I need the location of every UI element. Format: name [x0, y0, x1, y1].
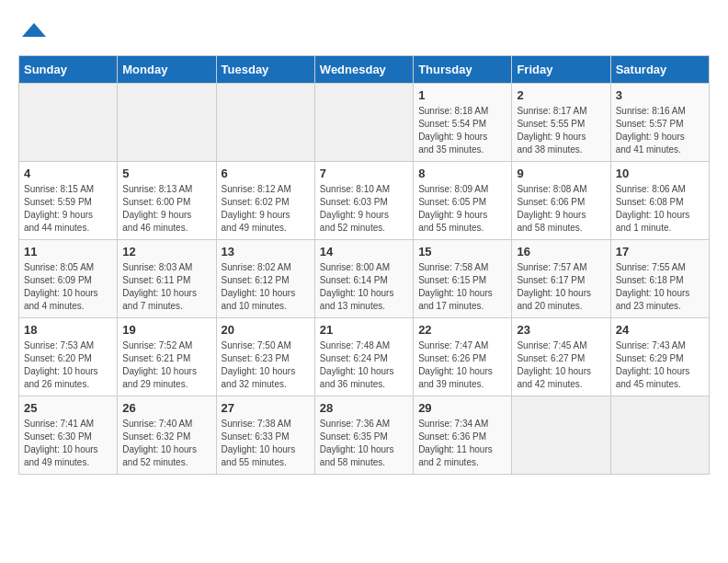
calendar-day-cell: 12Sunrise: 8:03 AM Sunset: 6:11 PM Dayli… — [118, 240, 216, 318]
day-of-week-header: Wednesday — [314, 56, 413, 84]
day-number: 22 — [418, 323, 506, 337]
calendar-day-cell — [216, 84, 314, 162]
page-header — [18, 18, 710, 46]
day-number: 26 — [122, 401, 210, 415]
calendar-week-row: 25Sunrise: 7:41 AM Sunset: 6:30 PM Dayli… — [19, 396, 710, 475]
calendar-day-cell: 7Sunrise: 8:10 AM Sunset: 6:03 PM Daylig… — [314, 162, 413, 240]
day-number: 2 — [517, 88, 605, 102]
day-info: Sunrise: 8:02 AM Sunset: 6:12 PM Dayligh… — [222, 261, 310, 313]
day-number: 27 — [222, 401, 310, 415]
day-number: 7 — [320, 167, 408, 180]
day-info: Sunrise: 7:40 AM Sunset: 6:32 PM Dayligh… — [122, 418, 210, 469]
day-number: 10 — [616, 167, 704, 180]
day-number: 25 — [24, 401, 112, 415]
calendar-day-cell: 23Sunrise: 7:45 AM Sunset: 6:27 PM Dayli… — [512, 318, 610, 396]
day-number: 5 — [122, 167, 210, 180]
day-number: 3 — [616, 88, 704, 102]
day-info: Sunrise: 7:48 AM Sunset: 6:24 PM Dayligh… — [320, 339, 408, 391]
day-number: 29 — [418, 401, 506, 415]
calendar-day-cell: 4Sunrise: 8:15 AM Sunset: 5:59 PM Daylig… — [19, 162, 118, 240]
calendar-day-cell: 24Sunrise: 7:43 AM Sunset: 6:29 PM Dayli… — [610, 318, 709, 396]
day-number: 19 — [122, 323, 210, 337]
day-number: 17 — [616, 245, 704, 259]
day-of-week-header: Friday — [512, 56, 610, 84]
day-of-week-header: Monday — [118, 56, 216, 84]
calendar-week-row: 18Sunrise: 7:53 AM Sunset: 6:20 PM Dayli… — [19, 318, 710, 396]
day-info: Sunrise: 7:57 AM Sunset: 6:17 PM Dayligh… — [517, 261, 605, 313]
calendar-day-cell: 18Sunrise: 7:53 AM Sunset: 6:20 PM Dayli… — [19, 318, 118, 396]
day-info: Sunrise: 7:55 AM Sunset: 6:18 PM Dayligh… — [616, 261, 704, 313]
day-of-week-header: Saturday — [610, 56, 709, 84]
calendar-day-cell: 2Sunrise: 8:17 AM Sunset: 5:55 PM Daylig… — [512, 84, 610, 162]
day-number: 28 — [320, 401, 408, 415]
day-info: Sunrise: 8:16 AM Sunset: 5:57 PM Dayligh… — [616, 105, 704, 156]
calendar-header: SundayMondayTuesdayWednesdayThursdayFrid… — [19, 56, 710, 84]
day-number: 23 — [517, 323, 605, 337]
day-of-week-header: Sunday — [19, 56, 118, 84]
day-info: Sunrise: 8:06 AM Sunset: 6:08 PM Dayligh… — [616, 183, 704, 235]
svg-marker-0 — [22, 23, 46, 37]
day-of-week-header: Thursday — [414, 56, 512, 84]
day-number: 13 — [222, 245, 310, 259]
day-number: 18 — [24, 323, 112, 337]
calendar-day-cell: 26Sunrise: 7:40 AM Sunset: 6:32 PM Dayli… — [118, 396, 216, 475]
day-info: Sunrise: 8:17 AM Sunset: 5:55 PM Dayligh… — [517, 105, 605, 156]
calendar-day-cell: 8Sunrise: 8:09 AM Sunset: 6:05 PM Daylig… — [414, 162, 512, 240]
calendar-week-row: 4Sunrise: 8:15 AM Sunset: 5:59 PM Daylig… — [19, 162, 710, 240]
day-info: Sunrise: 7:50 AM Sunset: 6:23 PM Dayligh… — [222, 339, 310, 391]
calendar-day-cell: 15Sunrise: 7:58 AM Sunset: 6:15 PM Dayli… — [414, 240, 512, 318]
calendar-day-cell: 29Sunrise: 7:34 AM Sunset: 6:36 PM Dayli… — [414, 396, 512, 475]
day-number: 8 — [418, 167, 506, 180]
day-info: Sunrise: 7:38 AM Sunset: 6:33 PM Dayligh… — [222, 418, 310, 469]
day-number: 6 — [222, 167, 310, 180]
day-info: Sunrise: 8:13 AM Sunset: 6:00 PM Dayligh… — [122, 183, 210, 235]
calendar-day-cell — [314, 84, 413, 162]
day-info: Sunrise: 8:18 AM Sunset: 5:54 PM Dayligh… — [418, 105, 506, 156]
calendar-day-cell — [19, 84, 118, 162]
day-number: 24 — [616, 323, 704, 337]
calendar-day-cell: 5Sunrise: 8:13 AM Sunset: 6:00 PM Daylig… — [118, 162, 216, 240]
calendar-day-cell: 3Sunrise: 8:16 AM Sunset: 5:57 PM Daylig… — [610, 84, 709, 162]
calendar-week-row: 11Sunrise: 8:05 AM Sunset: 6:09 PM Dayli… — [19, 240, 710, 318]
calendar-day-cell: 11Sunrise: 8:05 AM Sunset: 6:09 PM Dayli… — [19, 240, 118, 318]
day-info: Sunrise: 8:15 AM Sunset: 5:59 PM Dayligh… — [24, 183, 112, 235]
day-info: Sunrise: 7:53 AM Sunset: 6:20 PM Dayligh… — [24, 339, 112, 391]
day-of-week-header: Tuesday — [216, 56, 314, 84]
day-number: 11 — [24, 245, 112, 259]
calendar-day-cell: 17Sunrise: 7:55 AM Sunset: 6:18 PM Dayli… — [610, 240, 709, 318]
calendar-day-cell: 25Sunrise: 7:41 AM Sunset: 6:30 PM Dayli… — [19, 396, 118, 475]
day-number: 15 — [418, 245, 506, 259]
day-info: Sunrise: 7:47 AM Sunset: 6:26 PM Dayligh… — [418, 339, 506, 391]
day-number: 1 — [418, 88, 506, 102]
day-info: Sunrise: 8:05 AM Sunset: 6:09 PM Dayligh… — [24, 261, 112, 313]
calendar-day-cell: 1Sunrise: 8:18 AM Sunset: 5:54 PM Daylig… — [414, 84, 512, 162]
day-info: Sunrise: 8:09 AM Sunset: 6:05 PM Dayligh… — [418, 183, 506, 235]
calendar-day-cell: 6Sunrise: 8:12 AM Sunset: 6:02 PM Daylig… — [216, 162, 314, 240]
day-info: Sunrise: 7:52 AM Sunset: 6:21 PM Dayligh… — [122, 339, 210, 391]
day-number: 4 — [24, 167, 112, 180]
day-info: Sunrise: 8:08 AM Sunset: 6:06 PM Dayligh… — [517, 183, 605, 235]
day-number: 16 — [517, 245, 605, 259]
day-number: 9 — [517, 167, 605, 180]
day-number: 14 — [320, 245, 408, 259]
calendar-day-cell: 21Sunrise: 7:48 AM Sunset: 6:24 PM Dayli… — [314, 318, 413, 396]
day-info: Sunrise: 8:12 AM Sunset: 6:02 PM Dayligh… — [222, 183, 310, 235]
days-of-week-row: SundayMondayTuesdayWednesdayThursdayFrid… — [19, 56, 710, 84]
day-info: Sunrise: 7:36 AM Sunset: 6:35 PM Dayligh… — [320, 418, 408, 469]
day-info: Sunrise: 7:58 AM Sunset: 6:15 PM Dayligh… — [418, 261, 506, 313]
day-info: Sunrise: 7:43 AM Sunset: 6:29 PM Dayligh… — [616, 339, 704, 391]
day-number: 12 — [122, 245, 210, 259]
calendar-body: 1Sunrise: 8:18 AM Sunset: 5:54 PM Daylig… — [19, 84, 710, 475]
calendar-day-cell: 10Sunrise: 8:06 AM Sunset: 6:08 PM Dayli… — [610, 162, 709, 240]
day-info: Sunrise: 7:41 AM Sunset: 6:30 PM Dayligh… — [24, 418, 112, 469]
day-info: Sunrise: 8:00 AM Sunset: 6:14 PM Dayligh… — [320, 261, 408, 313]
calendar-day-cell — [118, 84, 216, 162]
calendar-day-cell: 27Sunrise: 7:38 AM Sunset: 6:33 PM Dayli… — [216, 396, 314, 475]
calendar-day-cell — [512, 396, 610, 475]
calendar-day-cell: 9Sunrise: 8:08 AM Sunset: 6:06 PM Daylig… — [512, 162, 610, 240]
calendar-day-cell: 28Sunrise: 7:36 AM Sunset: 6:35 PM Dayli… — [314, 396, 413, 475]
day-info: Sunrise: 7:45 AM Sunset: 6:27 PM Dayligh… — [517, 339, 605, 391]
calendar-table: SundayMondayTuesdayWednesdayThursdayFrid… — [18, 55, 710, 475]
day-info: Sunrise: 8:10 AM Sunset: 6:03 PM Dayligh… — [320, 183, 408, 235]
day-info: Sunrise: 7:34 AM Sunset: 6:36 PM Dayligh… — [418, 418, 506, 469]
